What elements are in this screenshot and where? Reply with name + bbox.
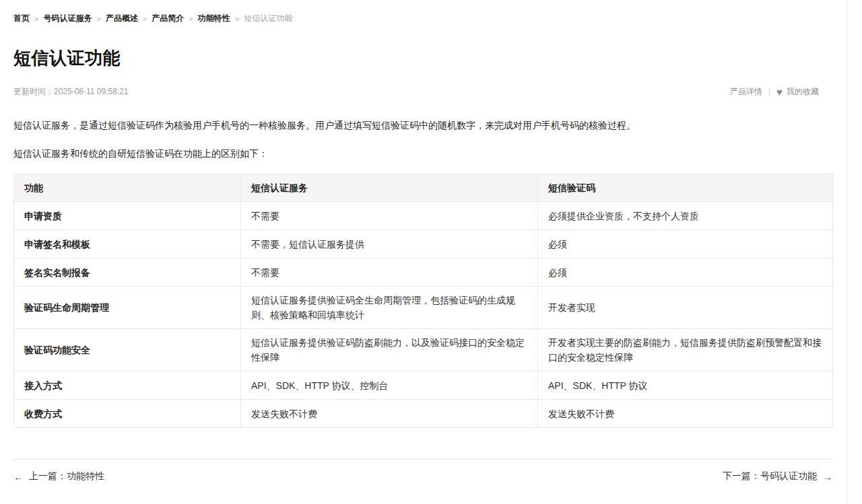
- update-time-label: 更新时间：: [13, 87, 54, 96]
- table-cell: 必须提供企业资质，不支持个人资质: [538, 202, 833, 230]
- table-cell: API、SDK、HTTP 协议、控制台: [241, 371, 538, 400]
- chevron-right-icon: >: [96, 15, 100, 23]
- breadcrumb-item-current: 短信认证功能: [244, 13, 292, 24]
- chevron-right-icon: >: [34, 15, 38, 23]
- table-header-row: 功能 短信认证服务 短信验证码: [14, 174, 833, 202]
- table-cell: 必须: [538, 230, 833, 258]
- table-cell: 接入方式: [14, 371, 241, 400]
- table-cell: 不需要，短信认证服务提供: [241, 230, 538, 258]
- breadcrumb: 首页 > 号码认证服务 > 产品概述 > 产品简介 > 功能特性 > 短信认证功…: [13, 0, 833, 24]
- chevron-right-icon: >: [189, 15, 193, 23]
- intro-paragraph: 短信认证服务，是通过短信验证码作为核验用户手机号的一种核验服务。用户通过填写短信…: [13, 118, 833, 132]
- vertical-divider: [769, 88, 770, 96]
- prev-article-label: 上一篇：功能特性: [29, 470, 104, 482]
- table-header-feature: 功能: [14, 174, 241, 202]
- table-header-sms-auth: 短信认证服务: [241, 174, 538, 202]
- breadcrumb-item-product-intro[interactable]: 产品简介: [152, 13, 184, 24]
- table-cell: 短信认证服务提供验证码防盗刷能力，以及验证码接口的安全稳定性保障: [241, 329, 538, 371]
- table-row: 收费方式 发送失败不计费 发送失败不计费: [14, 400, 833, 428]
- next-article-link[interactable]: 下一篇：号码认证功能 →: [723, 470, 832, 482]
- table-cell: 必须: [538, 258, 833, 287]
- arrow-right-icon: →: [822, 471, 832, 482]
- table-row: 接入方式 API、SDK、HTTP 协议、控制台 API、SDK、HTTP 协议: [14, 371, 833, 400]
- prev-article-link[interactable]: ← 上一篇：功能特性: [13, 470, 104, 482]
- breadcrumb-item-features[interactable]: 功能特性: [198, 13, 230, 24]
- product-detail-link[interactable]: 产品详情: [730, 86, 762, 98]
- breadcrumb-item-product-overview[interactable]: 产品概述: [106, 13, 138, 24]
- pager: ← 上一篇：功能特性 下一篇：号码认证功能 →: [13, 470, 832, 482]
- breadcrumb-item-number-auth-service[interactable]: 号码认证服务: [43, 13, 92, 24]
- table-cell: 申请资质: [14, 202, 241, 230]
- table-row: 申请签名和模板 不需要，短信认证服务提供 必须: [14, 230, 833, 258]
- table-cell: 验证码生命周期管理: [14, 287, 241, 329]
- chevron-right-icon: >: [235, 15, 239, 23]
- meta-row: 更新时间：2025-08-11 09:58:21 产品详情 ♥ 我的收藏: [13, 86, 833, 98]
- page: 首页 > 号码认证服务 > 产品概述 > 产品简介 > 功能特性 > 短信认证功…: [0, 0, 862, 504]
- comparison-lead-paragraph: 短信认证服务和传统的自研短信验证码在功能上的区别如下：: [13, 147, 833, 160]
- table-header-sms-code: 短信验证码: [538, 174, 833, 202]
- table-cell: 申请签名和模板: [14, 230, 241, 258]
- content-right-border: [847, 0, 847, 504]
- heart-icon: ♥: [776, 87, 783, 97]
- comparison-table: 功能 短信认证服务 短信验证码 申请资质 不需要 必须提供企业资质，不支持个人资…: [13, 174, 833, 428]
- table-row: 申请资质 不需要 必须提供企业资质，不支持个人资质: [14, 202, 833, 230]
- chevron-right-icon: >: [143, 15, 147, 23]
- update-time-value: 2025-08-11 09:58:21: [54, 87, 129, 96]
- table-cell: 短信认证服务提供验证码全生命周期管理，包括验证码的生成规则、核验策略和回填率统计: [241, 287, 538, 329]
- breadcrumb-item-home[interactable]: 首页: [13, 13, 30, 24]
- update-time: 更新时间：2025-08-11 09:58:21: [13, 86, 129, 98]
- table-cell: 开发者实现: [538, 287, 833, 329]
- table-cell: 发送失败不计费: [241, 400, 538, 428]
- table-row: 验证码功能安全 短信认证服务提供验证码防盗刷能力，以及验证码接口的安全稳定性保障…: [14, 329, 833, 371]
- table-cell: 不需要: [241, 258, 538, 287]
- table-cell: 不需要: [241, 202, 538, 230]
- table-cell: 开发者实现主要的防盗刷能力，短信服务提供防盗刷预警配置和接口的安全稳定性保障: [538, 329, 833, 371]
- arrow-left-icon: ←: [13, 471, 24, 482]
- favorite-button[interactable]: ♥ 我的收藏: [776, 86, 819, 98]
- table-cell: 签名实名制报备: [14, 258, 241, 287]
- table-cell: 发送失败不计费: [538, 400, 833, 428]
- table-cell: 收费方式: [14, 400, 241, 428]
- pager-divider: [13, 459, 832, 460]
- next-article-label: 下一篇：号码认证功能: [723, 470, 817, 482]
- table-row: 签名实名制报备 不需要 必须: [14, 258, 833, 287]
- table-cell: API、SDK、HTTP 协议: [538, 371, 833, 400]
- favorite-label: 我的收藏: [787, 86, 819, 98]
- table-cell: 验证码功能安全: [14, 329, 241, 371]
- table-row: 验证码生命周期管理 短信认证服务提供验证码全生命周期管理，包括验证码的生成规则、…: [14, 287, 833, 329]
- page-title: 短信认证功能: [13, 46, 833, 70]
